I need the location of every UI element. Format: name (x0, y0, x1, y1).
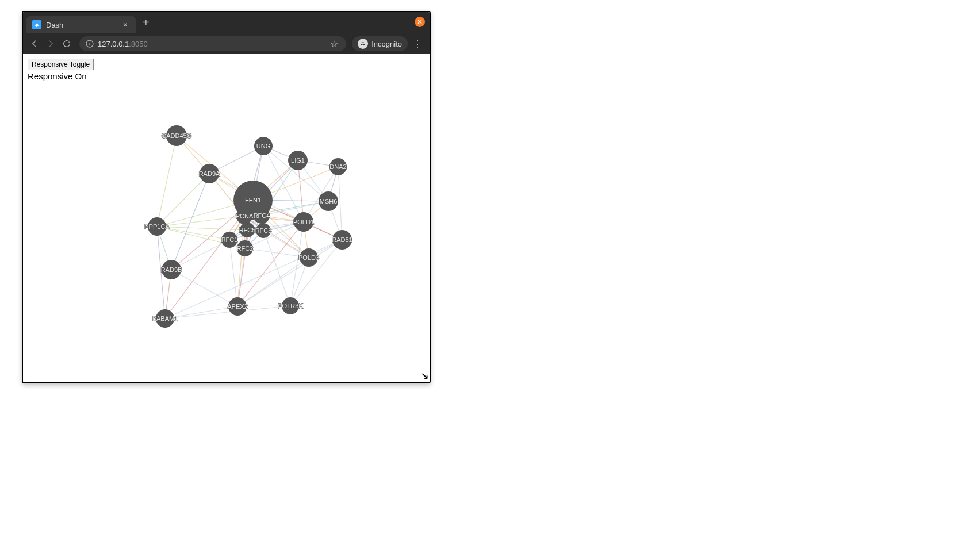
svg-point-1 (361, 44, 363, 45)
graph-node-dna2[interactable]: DNA2 (329, 158, 347, 175)
address-bar[interactable]: 127.0.0.1:8050 ☆ (79, 36, 346, 51)
graph-edge[interactable] (157, 227, 247, 230)
graph-edge[interactable] (157, 174, 209, 227)
tab-strip: ◆ Dash × + ✕ (23, 12, 430, 33)
graph-node-rfc5[interactable]: RFC5 (239, 223, 256, 237)
svg-text:BABAM1: BABAM1 (152, 315, 178, 322)
svg-text:POLR3K: POLR3K (278, 302, 303, 309)
graph-edge[interactable] (338, 167, 342, 240)
url-host: 127.0.0.1 (98, 40, 129, 48)
graph-node-ppp1ca[interactable]: PPP1CA (144, 217, 170, 236)
graph-edge[interactable] (171, 240, 229, 270)
graph-edge[interactable] (157, 136, 177, 227)
graph-node-rad9b[interactable]: RAD9B (161, 260, 182, 279)
svg-text:RFC5: RFC5 (239, 227, 256, 233)
svg-text:PCNA: PCNA (236, 213, 254, 220)
reload-button[interactable] (60, 37, 74, 51)
page-content: Responsive Toggle Responsive On GADD45GU… (23, 54, 430, 382)
svg-text:RAD9A: RAD9A (199, 170, 220, 177)
graph-node-msh6[interactable]: MSH6 (319, 191, 338, 211)
svg-text:FEN1: FEN1 (245, 197, 261, 204)
graph-node-apex2[interactable]: APEX2 (227, 297, 247, 316)
new-tab-button[interactable]: + (138, 15, 154, 30)
graph-node-polr3k[interactable]: POLR3K (278, 297, 303, 314)
tab-title: Dash (46, 21, 63, 29)
favicon-icon: ◆ (32, 20, 41, 29)
svg-point-2 (363, 44, 365, 45)
browser-window: ◆ Dash × + ✕ 127.0.0.1:8050 (22, 11, 431, 383)
graph-node-rad9a[interactable]: RAD9A (199, 164, 220, 183)
svg-text:DNA2: DNA2 (329, 163, 346, 170)
svg-text:APEX2: APEX2 (227, 303, 247, 310)
bookmark-star-icon[interactable]: ☆ (330, 39, 338, 49)
graph-edge[interactable] (290, 240, 342, 306)
url-port: :8050 (129, 40, 148, 48)
browser-menu-icon[interactable]: ⋮ (410, 39, 425, 49)
svg-text:UNG: UNG (256, 143, 270, 149)
svg-text:POLD3: POLD3 (298, 254, 319, 261)
graph-edge[interactable] (237, 258, 309, 306)
browser-tab[interactable]: ◆ Dash × (26, 16, 136, 33)
graph-node-rad51[interactable]: RAD51 (332, 230, 352, 250)
graph-node-babam1[interactable]: BABAM1 (152, 309, 178, 328)
browser-toolbar: 127.0.0.1:8050 ☆ Incognito ⋮ (23, 33, 430, 54)
graph-edge[interactable] (157, 216, 244, 227)
svg-text:RFC4: RFC4 (254, 212, 270, 219)
graph-node-lig1[interactable]: LIG1 (288, 151, 308, 170)
tab-close-icon[interactable]: × (121, 20, 130, 30)
cytoscape-graph[interactable]: GADD45GUNGLIG1DNA2RAD9AFEN1MSH6PCNARFC4P… (23, 54, 430, 382)
svg-text:GADD45G: GADD45G (162, 132, 192, 139)
forward-button[interactable] (44, 37, 58, 51)
incognito-badge[interactable]: Incognito (352, 36, 408, 51)
graph-edge[interactable] (171, 174, 209, 270)
svg-text:RFC1: RFC1 (221, 236, 238, 243)
graph-node-pold1[interactable]: POLD1 (293, 212, 314, 232)
svg-text:POLD1: POLD1 (293, 218, 314, 225)
graph-node-gadd45g[interactable]: GADD45G (162, 125, 192, 146)
site-info-icon[interactable] (85, 39, 94, 48)
graph-node-rfc1[interactable]: RFC1 (221, 232, 238, 248)
svg-text:PPP1CA: PPP1CA (144, 223, 170, 230)
graph-edge[interactable] (290, 222, 304, 306)
svg-text:LIG1: LIG1 (291, 157, 305, 164)
svg-text:MSH6: MSH6 (320, 198, 338, 205)
svg-text:RAD9B: RAD9B (161, 266, 182, 273)
svg-text:RFC2: RFC2 (237, 245, 254, 252)
window-close-icon[interactable]: ✕ (415, 17, 425, 27)
svg-text:RAD51: RAD51 (332, 236, 352, 243)
incognito-icon (358, 39, 368, 49)
resize-handle-icon[interactable]: ↘ (421, 370, 428, 381)
svg-text:RFC3: RFC3 (255, 227, 272, 234)
graph-node-ung[interactable]: UNG (254, 137, 273, 155)
back-button[interactable] (28, 37, 41, 51)
incognito-label: Incognito (371, 40, 402, 48)
